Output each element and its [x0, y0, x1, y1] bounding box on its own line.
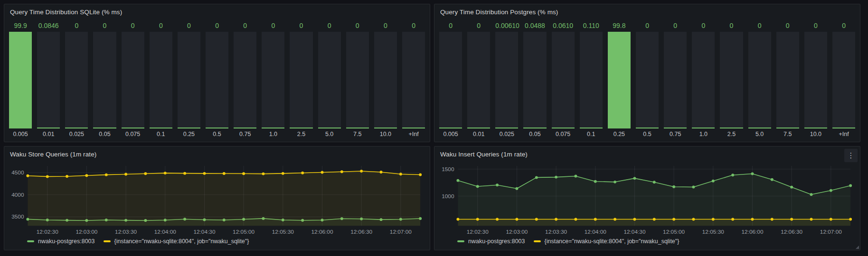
bar-value-label: 0 [720, 20, 743, 32]
data-point [751, 218, 754, 221]
panel-resize-handle[interactable] [856, 246, 859, 249]
histogram-bucket: 05.0 [318, 20, 341, 139]
data-point [555, 176, 557, 179]
bar-fill [290, 128, 312, 128]
data-point [731, 218, 734, 221]
bar-value-label: 0 [122, 20, 144, 32]
bar-value-label: 0.110 [580, 20, 603, 32]
bar-fill [467, 128, 490, 128]
x-axis-tick: 12:03:00 [506, 229, 528, 235]
x-axis-tick: 12:06:30 [350, 229, 372, 235]
bar-track [552, 32, 575, 128]
x-axis-tick: 12:07:00 [820, 229, 842, 235]
bucket-label: 5.0 [318, 128, 341, 139]
bucket-label: 0.25 [178, 128, 200, 139]
bar-track [262, 32, 284, 128]
series-swatch-yellow [534, 240, 541, 242]
bar-fill [9, 32, 32, 128]
panel-title-sqlite[interactable]: Query Time Distribution SQLite (% ms) [10, 9, 122, 16]
chart-legend: nwaku-postgres:8003 {instance="nwaku-sql… [4, 237, 430, 250]
x-axis-tick: 12:04:00 [585, 229, 606, 235]
panel-title-postgres[interactable]: Query Time Distribution Postgres (% ms) [440, 9, 558, 16]
histogram-bucket: 99.80.25 [608, 20, 631, 139]
bar-fill [402, 128, 425, 128]
panel-title-insert-queries[interactable]: Waku Insert Queries (1m rate) [440, 151, 528, 158]
x-axis-tick: 12:03:30 [115, 229, 137, 235]
data-point [712, 218, 715, 221]
y-axis-tick: 1500 [442, 166, 454, 173]
histogram-bucket: 07.5 [776, 20, 799, 139]
histogram-bucket: 00.025 [65, 20, 88, 139]
data-point [399, 173, 402, 175]
data-point [262, 173, 265, 175]
grafana-dashboard: Query Time Distribution SQLite (% ms) 99… [0, 0, 868, 254]
histogram-bucket: 07.5 [346, 20, 369, 139]
legend-item-postgres[interactable]: nwaku-postgres:8003 [27, 238, 95, 245]
bar-fill [318, 128, 341, 128]
x-axis-tick: 12:03:30 [545, 229, 567, 235]
bar-fill [206, 128, 228, 128]
histogram-bucket: 0.1100.1 [580, 20, 603, 139]
bucket-label: 0.01 [467, 128, 490, 139]
bar-fill [262, 128, 284, 128]
bar-track [776, 32, 799, 128]
store-queries-chart: 35004000450012:02:3012:03:0012:03:3012:0… [4, 161, 430, 237]
bar-track [290, 32, 312, 128]
bucket-label: 0.5 [636, 128, 659, 139]
bar-track [318, 32, 341, 128]
bar-fill [439, 128, 462, 128]
bar-track [636, 32, 659, 128]
bucket-label: 10.0 [804, 128, 827, 139]
bar-value-label: 0 [467, 20, 490, 32]
bucket-label: 5.0 [748, 128, 771, 139]
legend-label: nwaku-postgres:8003 [468, 238, 525, 245]
bar-value-label: 0 [692, 20, 715, 32]
bar-value-label: 0 [636, 20, 659, 32]
bucket-label: 0.005 [9, 128, 32, 139]
data-point [223, 172, 226, 175]
data-point [26, 174, 29, 177]
bar-fill [65, 128, 88, 128]
panel-menu-kebab-icon[interactable]: ⋮ [844, 149, 858, 162]
legend-item-postgres[interactable]: nwaku-postgres:8003 [457, 238, 525, 245]
data-point [105, 174, 108, 176]
bar-fill [692, 128, 715, 128]
panel-waku-store-queries: Waku Store Queries (1m rate) 35004000450… [4, 146, 430, 250]
bar-value-label: 0 [804, 20, 827, 32]
histogram-bucket: 0.06100.075 [552, 20, 575, 139]
data-point [594, 218, 597, 221]
bar-fill [776, 128, 799, 128]
timeseries-plot: 35004000450012:02:3012:03:0012:03:3012:0… [7, 161, 427, 237]
bar-value-label: 0 [776, 20, 799, 32]
series-swatch-yellow [104, 240, 111, 242]
legend-item-sqlite[interactable]: {instance="nwaku-sqlite:8004", job="nwak… [534, 238, 679, 245]
data-point [85, 174, 88, 177]
bar-track [374, 32, 397, 128]
legend-item-sqlite[interactable]: {instance="nwaku-sqlite:8004", job="nwak… [104, 238, 249, 245]
panel-header: Waku Insert Queries (1m rate) [434, 146, 860, 161]
bar-fill [178, 128, 200, 128]
bucket-label: 0.075 [552, 128, 575, 139]
data-point [419, 173, 422, 176]
histogram-bucket: 00.75 [664, 20, 687, 139]
bar-fill [374, 128, 397, 128]
data-point [594, 180, 597, 183]
bar-track [346, 32, 369, 128]
histogram-bucket: 00.005 [439, 20, 462, 139]
series-swatch-green [457, 240, 464, 242]
bucket-label: 1.0 [262, 128, 284, 139]
histogram-bucket: 00.075 [122, 20, 144, 139]
bar-fill [832, 128, 855, 128]
bar-value-label: 0 [318, 20, 341, 32]
bar-fill [346, 128, 369, 128]
histogram-bucket: 00.05 [93, 20, 116, 139]
histogram-bucket: 00.5 [636, 20, 659, 139]
histogram-bucket: 02.5 [290, 20, 312, 139]
bar-value-label: 0 [178, 20, 200, 32]
panel-title-store-queries[interactable]: Waku Store Queries (1m rate) [10, 151, 96, 158]
data-point [164, 172, 167, 174]
insert-queries-chart: 1000150012:02:3012:03:0012:03:3012:04:00… [434, 161, 860, 237]
histogram-bucket: 0.04880.05 [523, 20, 546, 139]
data-point [66, 175, 68, 178]
data-point [321, 171, 324, 174]
